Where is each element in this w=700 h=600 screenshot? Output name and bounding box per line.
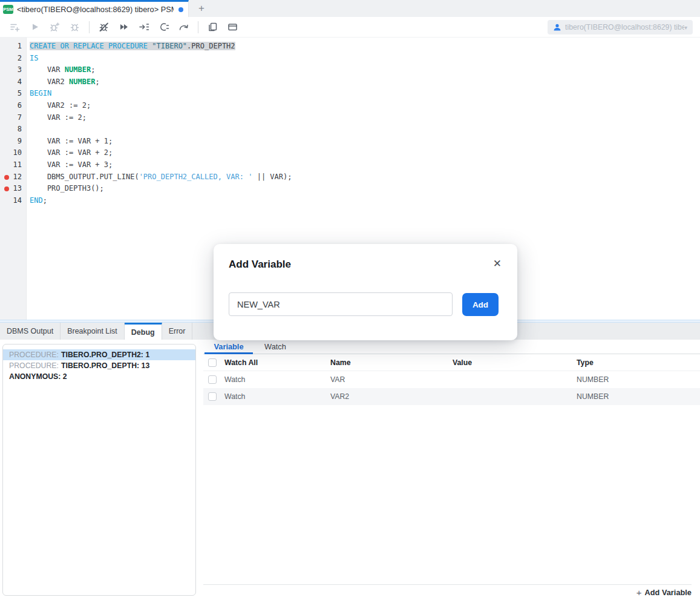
variable-type: NUMBER bbox=[577, 375, 700, 384]
watch-checkbox[interactable] bbox=[208, 375, 217, 384]
step-over-icon bbox=[178, 22, 189, 32]
code-line-12[interactable]: 12 DBMS_OUTPUT.PUT_LINE('PRO_DEPTH2_CALL… bbox=[0, 171, 700, 183]
code-line-11[interactable]: 11 VAR := VAR + 3; bbox=[0, 159, 700, 171]
no-debug-icon bbox=[99, 22, 109, 32]
line-text: VAR := VAR + 3; bbox=[22, 159, 113, 171]
line-text: IS bbox=[22, 53, 38, 65]
stack-frame-location: ANONYMOUS: 2 bbox=[9, 372, 67, 381]
add-variable-label: Add Variable bbox=[644, 588, 692, 597]
close-icon[interactable]: ✕ bbox=[493, 259, 502, 269]
stack-frame[interactable]: ANONYMOUS: 2 bbox=[3, 371, 195, 382]
stack-frame[interactable]: PROCEDURE:TIBERO.PRO_DEPTH2: 1 bbox=[3, 349, 195, 360]
code-line-10[interactable]: 10 VAR := VAR + 2; bbox=[0, 147, 700, 159]
breakpoint-icon[interactable] bbox=[4, 175, 9, 180]
line-number[interactable]: 8 bbox=[0, 124, 22, 136]
line-text: VAR := 2; bbox=[22, 112, 87, 124]
header-name: Name bbox=[330, 358, 453, 367]
line-text: END; bbox=[22, 195, 47, 207]
editor-tab[interactable]: PSM <tibero(TIBERO@localhost:8629) tiber… bbox=[0, 0, 189, 17]
add-variable-button[interactable]: + Add Variable bbox=[636, 587, 692, 598]
code-line-8[interactable]: 8 bbox=[0, 124, 700, 136]
code-line-9[interactable]: 9 VAR := VAR + 1; bbox=[0, 136, 700, 148]
tab-watch[interactable]: Watch bbox=[254, 340, 296, 354]
toolbar-separator bbox=[89, 21, 90, 33]
open-folder-button[interactable] bbox=[224, 19, 241, 35]
code-line-6[interactable]: 6 VAR2 := 2; bbox=[0, 100, 700, 112]
line-number[interactable]: 2 bbox=[0, 53, 22, 65]
step-into-button[interactable] bbox=[136, 19, 152, 35]
unsaved-dot-icon bbox=[178, 7, 183, 12]
line-text: DBMS_OUTPUT.PUT_LINE('PRO_DEPTH2_CALLED,… bbox=[22, 171, 292, 183]
watch-label: Watch bbox=[224, 375, 245, 384]
line-text: VAR NUMBER; bbox=[22, 64, 95, 76]
code-line-5[interactable]: 5BEGIN bbox=[0, 88, 700, 100]
line-number[interactable]: 3 bbox=[0, 64, 22, 76]
line-number[interactable]: 5 bbox=[0, 88, 22, 100]
tab-breakpoint-list[interactable]: Breakpoint List bbox=[61, 323, 125, 340]
debug-new-icon bbox=[50, 22, 60, 32]
tab-error[interactable]: Error bbox=[162, 323, 193, 340]
connection-select[interactable]: tibero(TIBERO@localhost:8629) tibero ▾ bbox=[548, 20, 693, 35]
code-line-14[interactable]: 14END; bbox=[0, 195, 700, 207]
variable-table-body: WatchVARNUMBERWatchVAR2NUMBER bbox=[203, 371, 700, 405]
tab-dbms-output[interactable]: DBMS Output bbox=[0, 323, 61, 340]
line-number[interactable]: 12 bbox=[0, 171, 22, 183]
add-variable-dialog: Add Variable ✕ Add bbox=[214, 244, 517, 340]
variable-type: NUMBER bbox=[577, 392, 700, 401]
line-number[interactable]: 4 bbox=[0, 76, 22, 88]
copy-button[interactable] bbox=[204, 19, 221, 35]
header-value: Value bbox=[453, 358, 577, 367]
variable-name-input[interactable] bbox=[229, 292, 453, 316]
line-text: PRO_DEPTH3(); bbox=[22, 183, 104, 195]
code-lines: 1CREATE OR REPLACE PROCEDURE "TIBERO".PR… bbox=[0, 41, 700, 206]
resume-icon bbox=[119, 22, 129, 32]
dialog-title: Add Variable bbox=[229, 259, 291, 271]
watch-all-checkbox[interactable] bbox=[208, 358, 217, 367]
tab-variable[interactable]: Variable bbox=[203, 340, 254, 354]
line-number[interactable]: 1 bbox=[0, 41, 22, 53]
code-line-1[interactable]: 1CREATE OR REPLACE PROCEDURE "TIBERO".PR… bbox=[0, 41, 700, 53]
code-line-7[interactable]: 7 VAR := 2; bbox=[0, 112, 700, 124]
toolbar: tibero(TIBERO@localhost:8629) tibero ▾ bbox=[0, 17, 700, 38]
watch-checkbox[interactable] bbox=[208, 392, 217, 401]
code-line-3[interactable]: 3 VAR NUMBER; bbox=[0, 64, 700, 76]
line-number[interactable]: 13 bbox=[0, 183, 22, 195]
header-watch-all: Watch All bbox=[224, 358, 258, 367]
header-type: Type bbox=[577, 358, 700, 367]
variable-name: VAR2 bbox=[330, 392, 453, 401]
tab-debug[interactable]: Debug bbox=[125, 323, 162, 340]
line-number[interactable]: 10 bbox=[0, 147, 22, 159]
line-number[interactable]: 9 bbox=[0, 136, 22, 148]
line-number[interactable]: 11 bbox=[0, 159, 22, 171]
step-over-button[interactable] bbox=[175, 19, 192, 35]
code-line-13[interactable]: 13 PRO_DEPTH3(); bbox=[0, 183, 700, 195]
tab-title: <tibero(TIBERO@localhost:8629) tibero> P… bbox=[17, 5, 174, 14]
line-text: BEGIN bbox=[22, 88, 51, 100]
stack-frame-kind: PROCEDURE: bbox=[9, 351, 59, 359]
add-script-icon bbox=[10, 22, 20, 32]
step-out-button[interactable] bbox=[155, 19, 172, 35]
stack-frame-location: TIBERO.PRO_DEPTH2: 1 bbox=[61, 351, 149, 359]
variable-row-var[interactable]: WatchVARNUMBER bbox=[203, 371, 700, 388]
code-line-4[interactable]: 4 VAR2 NUMBER; bbox=[0, 76, 700, 88]
new-tab-button[interactable]: + bbox=[194, 1, 209, 16]
line-number[interactable]: 7 bbox=[0, 112, 22, 124]
step-into-icon bbox=[139, 22, 149, 32]
variable-row-var2[interactable]: WatchVAR2NUMBER bbox=[203, 388, 700, 405]
variable-watch-tabs: VariableWatch bbox=[203, 340, 700, 354]
stack-frame-location: TIBERO.PRO_DEPTH: 13 bbox=[61, 361, 149, 370]
code-line-2[interactable]: 2IS bbox=[0, 53, 700, 65]
call-stack-panel: PROCEDURE:TIBERO.PRO_DEPTH2: 1PROCEDURE:… bbox=[2, 344, 196, 596]
resume-button[interactable] bbox=[116, 19, 132, 35]
line-text: VAR2 NUMBER; bbox=[22, 76, 100, 88]
line-number[interactable]: 6 bbox=[0, 100, 22, 112]
variable-footer: + Add Variable bbox=[203, 584, 692, 600]
no-debug-button[interactable] bbox=[96, 19, 112, 35]
line-number[interactable]: 14 bbox=[0, 195, 22, 207]
open-folder-icon bbox=[227, 22, 238, 32]
add-button[interactable]: Add bbox=[462, 293, 499, 316]
debug-button bbox=[67, 19, 83, 35]
stack-frame[interactable]: PROCEDURE:TIBERO.PRO_DEPTH: 13 bbox=[3, 360, 195, 371]
variable-name: VAR bbox=[330, 375, 453, 384]
connection-label: tibero(TIBERO@localhost:8629) tibero bbox=[565, 23, 684, 31]
